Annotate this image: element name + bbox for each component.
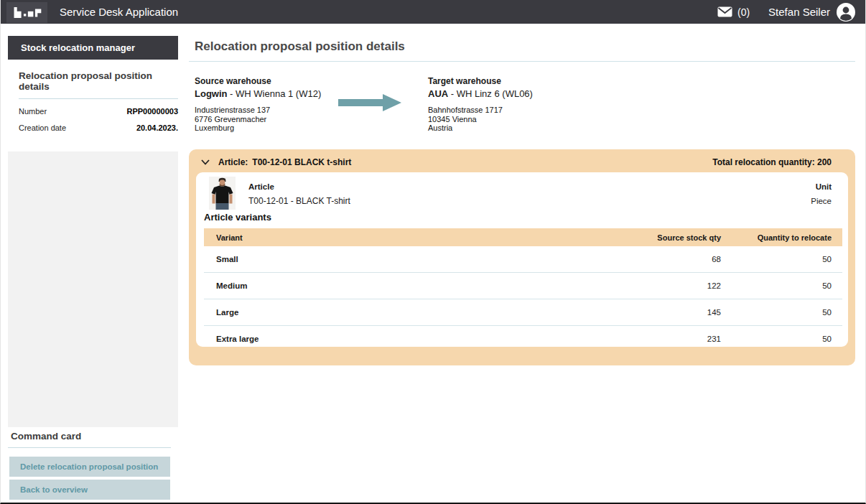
header-variant: Variant [204,233,599,242]
user-avatar-icon[interactable] [837,3,855,22]
sidebar-divider [19,98,178,99]
article-thumbnail-image [209,177,236,210]
total-relocation-quantity: Total relocation quantity: 200 [712,157,832,167]
target-warehouse-detail: - WH Linz 6 (WL06) [448,88,533,99]
user-name: Stefan Seiler [768,6,830,18]
header-quantity-to-relocate: Quantity to relocate [721,233,842,242]
variants-table: Variant Source stock qty Quantity to rel… [204,228,842,352]
target-warehouse-address: Bahnhofstrasse 1717 10345 Vienna Austria [428,106,533,133]
unit-block: Unit Piece [811,182,832,205]
source-warehouse-code: Logwin [195,88,228,99]
field-creation-date-value: 20.04.2023. [136,123,178,132]
table-row: Extra large 231 50 [204,326,842,352]
field-number: Number RPP00000003 [19,107,178,116]
sidebar: Stock relocation manager Relocation prop… [8,36,178,132]
delete-relocation-proposal-position-button[interactable]: Delete relocation proposal position [9,457,170,477]
field-number-label: Number [19,107,47,116]
command-card: Command card Delete relocation proposal … [8,431,171,500]
mail-button[interactable]: (0) [717,6,750,18]
source-warehouse-label: Source warehouse [195,76,321,86]
article-header-value: T00-12-01 BLACK t-shirt [252,157,351,167]
variant-name: Medium [204,281,599,290]
back-to-overview-button[interactable]: Back to overview [9,480,170,500]
table-row: Small 68 50 [204,246,842,273]
source-stock-qty: 145 [599,308,721,317]
article-panel: Article T00-12-01 - BLACK T-shirt Unit P… [196,172,848,347]
variant-name: Large [204,308,599,317]
address-line: Industrienstrasse 137 [195,106,321,115]
chevron-down-icon[interactable] [201,159,210,165]
command-card-divider [8,447,171,448]
company-logo-icon [6,2,47,23]
source-stock-qty: 68 [599,255,721,263]
quantity-to-relocate: 50 [721,281,842,290]
sidebar-card-title: Stock relocation manager [8,36,178,60]
quantity-to-relocate: 50 [721,255,842,263]
relocation-direction-arrow-icon [338,94,401,114]
address-line: Bahnhofstrasse 1717 [428,106,533,115]
field-number-value: RPP00000003 [126,107,178,116]
quantity-to-relocate: 50 [721,308,842,317]
target-warehouse-code: AUA [428,88,448,99]
target-warehouse-block: Target warehouse AUA - WH Linz 6 (WL06) … [428,76,533,133]
address-line: Luxemburg [195,123,321,133]
top-bar: Service Desk Application (0) Stefan Seil… [1,0,866,24]
app-title: Service Desk Application [60,6,178,18]
unit-label: Unit [811,182,832,191]
page-title: Relocation proposal position details [189,39,855,62]
source-warehouse-block: Source warehouse Logwin - WH Wienna 1 (W… [195,76,321,133]
source-warehouse-address: Industrienstrasse 137 6776 Grevenmacher … [195,106,321,133]
quantity-to-relocate: 50 [721,335,842,343]
target-warehouse-label: Target warehouse [428,76,533,86]
source-stock-qty: 231 [599,335,721,343]
source-stock-qty: 122 [599,281,721,290]
article-variants-title: Article variants [204,212,271,223]
mail-count: (0) [737,6,750,18]
source-warehouse-name: Logwin - WH Wienna 1 (W12) [195,88,321,99]
command-card-title: Command card [11,431,171,442]
sidebar-placeholder-panel [8,151,178,427]
article-card-header: Article: T00-12-01 BLACK t-shirt Total r… [189,149,855,167]
variant-name: Small [204,255,599,263]
target-warehouse-name: AUA - WH Linz 6 (WL06) [428,88,533,99]
sidebar-section-title: Relocation proposal position details [19,70,178,92]
article-card: Article: T00-12-01 BLACK t-shirt Total r… [189,149,855,365]
table-row: Medium 122 50 [204,273,842,299]
field-creation-date-label: Creation date [19,123,66,132]
field-creation-date: Creation date 20.04.2023. [19,123,178,132]
logo-glyphs [12,6,42,19]
address-line: 6776 Grevenmacher [195,115,321,124]
mail-icon [717,6,732,17]
variant-name: Extra large [204,335,599,343]
header-source-stock-qty: Source stock qty [599,233,721,242]
article-label: Article [248,182,274,191]
address-line: 10345 Vienna [428,115,533,124]
unit-value: Piece [811,197,832,205]
topbar-right: (0) Stefan Seiler [717,3,866,22]
article-header-label: Article: [218,157,248,167]
source-warehouse-detail: - WH Wienna 1 (W12) [228,88,322,99]
table-row: Large 145 50 [204,299,842,326]
variants-table-header: Variant Source stock qty Quantity to rel… [204,228,842,246]
article-value: T00-12-01 - BLACK T-shirt [248,196,350,206]
address-line: Austria [428,123,533,133]
